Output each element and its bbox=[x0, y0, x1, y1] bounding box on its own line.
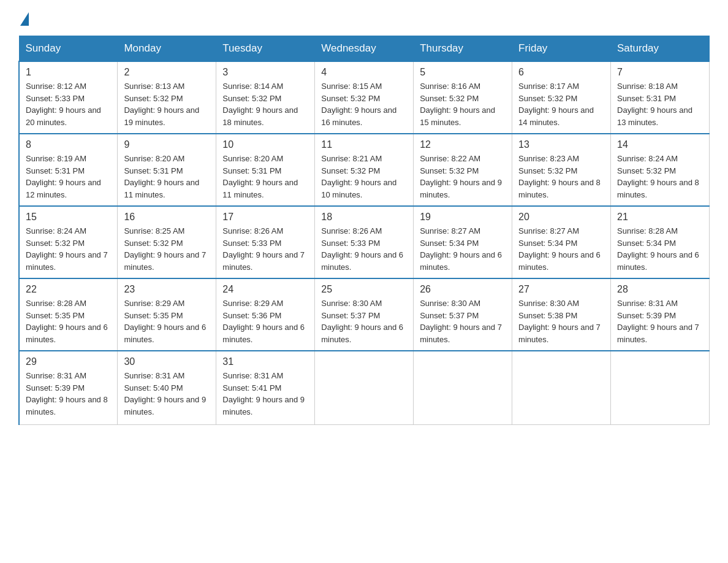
calendar-day-cell: 9Sunrise: 8:20 AMSunset: 5:31 PMDaylight… bbox=[118, 134, 216, 206]
calendar-day-cell bbox=[611, 351, 710, 424]
day-number: 20 bbox=[518, 212, 604, 223]
day-number: 26 bbox=[420, 284, 506, 295]
day-info: Sunrise: 8:29 AMSunset: 5:36 PMDaylight:… bbox=[222, 297, 308, 345]
calendar-day-cell: 20Sunrise: 8:27 AMSunset: 5:34 PMDayligh… bbox=[512, 206, 611, 278]
day-number: 18 bbox=[321, 212, 407, 223]
calendar-day-cell: 4Sunrise: 8:15 AMSunset: 5:32 PMDaylight… bbox=[315, 61, 414, 134]
day-number: 23 bbox=[124, 284, 210, 295]
calendar-day-cell: 24Sunrise: 8:29 AMSunset: 5:36 PMDayligh… bbox=[216, 278, 315, 351]
day-info: Sunrise: 8:28 AMSunset: 5:34 PMDaylight:… bbox=[617, 225, 703, 273]
calendar-day-cell: 7Sunrise: 8:18 AMSunset: 5:31 PMDaylight… bbox=[611, 61, 710, 134]
calendar-week-row: 8Sunrise: 8:19 AMSunset: 5:31 PMDaylight… bbox=[19, 134, 710, 206]
day-info: Sunrise: 8:27 AMSunset: 5:34 PMDaylight:… bbox=[518, 225, 604, 273]
calendar-day-cell: 31Sunrise: 8:31 AMSunset: 5:41 PMDayligh… bbox=[216, 351, 315, 424]
day-number: 1 bbox=[26, 67, 111, 78]
day-number: 4 bbox=[321, 67, 407, 78]
calendar-table: SundayMondayTuesdayWednesdayThursdayFrid… bbox=[18, 36, 710, 425]
day-number: 30 bbox=[124, 356, 210, 367]
calendar-week-row: 22Sunrise: 8:28 AMSunset: 5:35 PMDayligh… bbox=[19, 278, 710, 351]
day-info: Sunrise: 8:25 AMSunset: 5:32 PMDaylight:… bbox=[124, 225, 210, 273]
day-number: 6 bbox=[518, 67, 604, 78]
day-number: 22 bbox=[26, 284, 111, 295]
day-info: Sunrise: 8:17 AMSunset: 5:32 PMDaylight:… bbox=[518, 80, 604, 128]
day-number: 9 bbox=[124, 139, 210, 150]
calendar-day-cell: 10Sunrise: 8:20 AMSunset: 5:31 PMDayligh… bbox=[216, 134, 315, 206]
calendar-week-row: 1Sunrise: 8:12 AMSunset: 5:33 PMDaylight… bbox=[19, 61, 710, 134]
calendar-header-row: SundayMondayTuesdayWednesdayThursdayFrid… bbox=[19, 36, 710, 62]
day-number: 21 bbox=[617, 212, 703, 223]
day-number: 3 bbox=[222, 67, 308, 78]
day-number: 14 bbox=[617, 139, 703, 150]
calendar-header-friday: Friday bbox=[512, 36, 611, 62]
day-number: 11 bbox=[321, 139, 407, 150]
day-info: Sunrise: 8:18 AMSunset: 5:31 PMDaylight:… bbox=[617, 80, 703, 128]
calendar-day-cell: 18Sunrise: 8:26 AMSunset: 5:33 PMDayligh… bbox=[315, 206, 414, 278]
day-number: 13 bbox=[518, 139, 604, 150]
calendar-day-cell: 30Sunrise: 8:31 AMSunset: 5:40 PMDayligh… bbox=[118, 351, 216, 424]
day-number: 5 bbox=[420, 67, 506, 78]
calendar-header-sunday: Sunday bbox=[19, 36, 118, 62]
day-info: Sunrise: 8:29 AMSunset: 5:35 PMDaylight:… bbox=[124, 297, 210, 345]
day-info: Sunrise: 8:24 AMSunset: 5:32 PMDaylight:… bbox=[617, 153, 703, 201]
day-number: 17 bbox=[222, 212, 308, 223]
day-info: Sunrise: 8:19 AMSunset: 5:31 PMDaylight:… bbox=[26, 153, 111, 201]
day-info: Sunrise: 8:28 AMSunset: 5:35 PMDaylight:… bbox=[26, 297, 111, 345]
day-info: Sunrise: 8:12 AMSunset: 5:33 PMDaylight:… bbox=[26, 80, 111, 128]
day-info: Sunrise: 8:30 AMSunset: 5:38 PMDaylight:… bbox=[518, 297, 604, 345]
calendar-day-cell bbox=[414, 351, 512, 424]
calendar-day-cell: 11Sunrise: 8:21 AMSunset: 5:32 PMDayligh… bbox=[315, 134, 414, 206]
day-number: 19 bbox=[420, 212, 506, 223]
day-info: Sunrise: 8:31 AMSunset: 5:41 PMDaylight:… bbox=[222, 370, 308, 418]
day-number: 25 bbox=[321, 284, 407, 295]
calendar-header-saturday: Saturday bbox=[611, 36, 710, 62]
calendar-week-row: 29Sunrise: 8:31 AMSunset: 5:39 PMDayligh… bbox=[19, 351, 710, 424]
calendar-day-cell: 25Sunrise: 8:30 AMSunset: 5:37 PMDayligh… bbox=[315, 278, 414, 351]
calendar-week-row: 15Sunrise: 8:24 AMSunset: 5:32 PMDayligh… bbox=[19, 206, 710, 278]
day-number: 12 bbox=[420, 139, 506, 150]
calendar-day-cell: 26Sunrise: 8:30 AMSunset: 5:37 PMDayligh… bbox=[414, 278, 512, 351]
calendar-day-cell: 6Sunrise: 8:17 AMSunset: 5:32 PMDaylight… bbox=[512, 61, 611, 134]
calendar-day-cell: 29Sunrise: 8:31 AMSunset: 5:39 PMDayligh… bbox=[19, 351, 118, 424]
calendar-day-cell: 15Sunrise: 8:24 AMSunset: 5:32 PMDayligh… bbox=[19, 206, 118, 278]
calendar-day-cell: 13Sunrise: 8:23 AMSunset: 5:32 PMDayligh… bbox=[512, 134, 611, 206]
day-number: 2 bbox=[124, 67, 210, 78]
calendar-day-cell bbox=[512, 351, 611, 424]
day-info: Sunrise: 8:23 AMSunset: 5:32 PMDaylight:… bbox=[518, 153, 604, 201]
day-number: 16 bbox=[124, 212, 210, 223]
calendar-day-cell: 2Sunrise: 8:13 AMSunset: 5:32 PMDaylight… bbox=[118, 61, 216, 134]
calendar-day-cell: 22Sunrise: 8:28 AMSunset: 5:35 PMDayligh… bbox=[19, 278, 118, 351]
logo-triangle-icon bbox=[20, 12, 29, 26]
day-number: 28 bbox=[617, 284, 703, 295]
calendar-day-cell: 28Sunrise: 8:31 AMSunset: 5:39 PMDayligh… bbox=[611, 278, 710, 351]
day-info: Sunrise: 8:15 AMSunset: 5:32 PMDaylight:… bbox=[321, 80, 407, 128]
day-number: 7 bbox=[617, 67, 703, 78]
day-info: Sunrise: 8:26 AMSunset: 5:33 PMDaylight:… bbox=[321, 225, 407, 273]
calendar-day-cell: 14Sunrise: 8:24 AMSunset: 5:32 PMDayligh… bbox=[611, 134, 710, 206]
day-number: 29 bbox=[26, 356, 111, 367]
day-number: 31 bbox=[222, 356, 308, 367]
day-info: Sunrise: 8:31 AMSunset: 5:39 PMDaylight:… bbox=[617, 297, 703, 345]
day-number: 24 bbox=[222, 284, 308, 295]
logo bbox=[18, 12, 29, 25]
day-number: 15 bbox=[26, 212, 111, 223]
day-number: 8 bbox=[26, 139, 111, 150]
day-number: 10 bbox=[222, 139, 308, 150]
page-header bbox=[18, 12, 710, 25]
calendar-header-monday: Monday bbox=[118, 36, 216, 62]
day-info: Sunrise: 8:13 AMSunset: 5:32 PMDaylight:… bbox=[124, 80, 210, 128]
calendar-day-cell: 12Sunrise: 8:22 AMSunset: 5:32 PMDayligh… bbox=[414, 134, 512, 206]
calendar-day-cell: 8Sunrise: 8:19 AMSunset: 5:31 PMDaylight… bbox=[19, 134, 118, 206]
day-info: Sunrise: 8:31 AMSunset: 5:39 PMDaylight:… bbox=[26, 370, 111, 418]
day-info: Sunrise: 8:30 AMSunset: 5:37 PMDaylight:… bbox=[321, 297, 407, 345]
day-info: Sunrise: 8:21 AMSunset: 5:32 PMDaylight:… bbox=[321, 153, 407, 201]
calendar-day-cell: 21Sunrise: 8:28 AMSunset: 5:34 PMDayligh… bbox=[611, 206, 710, 278]
day-info: Sunrise: 8:30 AMSunset: 5:37 PMDaylight:… bbox=[420, 297, 506, 345]
day-info: Sunrise: 8:22 AMSunset: 5:32 PMDaylight:… bbox=[420, 153, 506, 201]
calendar-day-cell: 16Sunrise: 8:25 AMSunset: 5:32 PMDayligh… bbox=[118, 206, 216, 278]
day-info: Sunrise: 8:16 AMSunset: 5:32 PMDaylight:… bbox=[420, 80, 506, 128]
calendar-day-cell: 19Sunrise: 8:27 AMSunset: 5:34 PMDayligh… bbox=[414, 206, 512, 278]
day-info: Sunrise: 8:24 AMSunset: 5:32 PMDaylight:… bbox=[26, 225, 111, 273]
day-info: Sunrise: 8:26 AMSunset: 5:33 PMDaylight:… bbox=[222, 225, 308, 273]
calendar-day-cell: 3Sunrise: 8:14 AMSunset: 5:32 PMDaylight… bbox=[216, 61, 315, 134]
day-info: Sunrise: 8:20 AMSunset: 5:31 PMDaylight:… bbox=[222, 153, 308, 201]
